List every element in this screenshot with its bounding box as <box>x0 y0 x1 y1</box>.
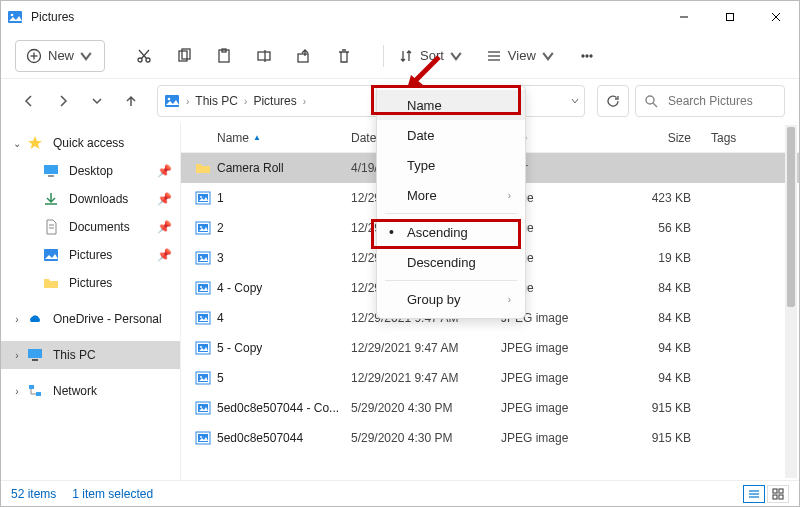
image-file-icon <box>195 340 211 356</box>
svg-point-10 <box>146 58 150 62</box>
sort-menu-descending[interactable]: Descending <box>377 247 525 277</box>
svg-rect-35 <box>28 349 42 358</box>
sort-menu-group-by[interactable]: Group by› <box>377 284 525 314</box>
thumbnails-view-button[interactable] <box>767 485 789 503</box>
svg-point-62 <box>200 406 202 408</box>
chevron-right-icon[interactable]: › <box>301 96 308 107</box>
pictures-icon <box>164 93 180 109</box>
sidebar-item-label: Pictures <box>69 276 112 290</box>
svg-rect-3 <box>727 14 734 21</box>
sort-menu: Name Date Type More› •Ascending Descendi… <box>376 85 526 319</box>
chevron-right-icon[interactable]: › <box>11 314 23 325</box>
sidebar-downloads[interactable]: Downloads 📌 <box>1 185 180 213</box>
sidebar-desktop[interactable]: Desktop 📌 <box>1 157 180 185</box>
status-bar: 52 items 1 item selected <box>1 480 799 506</box>
column-size[interactable]: Size <box>621 131 711 145</box>
sidebar-network[interactable]: › Network <box>1 377 180 405</box>
rename-icon <box>256 48 272 64</box>
chevron-down-icon[interactable]: ⌄ <box>11 138 23 149</box>
delete-button[interactable] <box>327 41 361 71</box>
file-row[interactable]: 5ed0c8e5070445/29/2020 4:30 PMJPEG image… <box>181 423 799 453</box>
chevron-right-icon[interactable]: › <box>184 96 191 107</box>
sort-asc-caret-icon: ▲ <box>253 133 261 142</box>
svg-point-23 <box>582 55 584 57</box>
close-button[interactable] <box>753 1 799 33</box>
sidebar-pictures[interactable]: Pictures 📌 <box>1 241 180 269</box>
search-icon <box>644 94 658 108</box>
title-bar: Pictures <box>1 1 799 33</box>
sidebar-item-label: Network <box>53 384 97 398</box>
new-button[interactable]: New <box>15 40 105 72</box>
scroll-thumb[interactable] <box>787 127 795 307</box>
nav-history-button[interactable] <box>83 87 111 115</box>
file-name: 5 - Copy <box>217 341 262 355</box>
sort-menu-more[interactable]: More› <box>377 180 525 210</box>
file-name: 3 <box>217 251 224 265</box>
refresh-button[interactable] <box>597 85 629 117</box>
file-name: 5 <box>217 371 224 385</box>
svg-rect-69 <box>773 489 777 493</box>
search-input[interactable] <box>666 93 766 109</box>
file-row[interactable]: 5 - Copy12/29/2021 9:47 AMJPEG image94 K… <box>181 333 799 363</box>
file-size: 94 KB <box>621 371 711 385</box>
minimize-button[interactable] <box>661 1 707 33</box>
paste-button[interactable] <box>207 41 241 71</box>
trash-icon <box>336 48 352 64</box>
cut-button[interactable] <box>127 41 161 71</box>
sort-button[interactable]: Sort <box>390 41 472 71</box>
sort-menu-ascending[interactable]: •Ascending <box>377 217 525 247</box>
chevron-right-icon[interactable]: › <box>11 386 23 397</box>
scrollbar[interactable] <box>785 125 797 478</box>
column-tags[interactable]: Tags <box>711 131 771 145</box>
image-file-icon <box>195 190 211 206</box>
details-view-button[interactable] <box>743 485 765 503</box>
svg-rect-37 <box>29 385 34 389</box>
svg-rect-36 <box>32 359 38 361</box>
sidebar-onedrive[interactable]: › OneDrive - Personal <box>1 305 180 333</box>
more-button[interactable] <box>570 41 604 71</box>
clipboard-icon <box>216 48 232 64</box>
maximize-button[interactable] <box>707 1 753 33</box>
share-button[interactable] <box>287 41 321 71</box>
svg-point-56 <box>200 346 202 348</box>
nav-up-button[interactable] <box>117 87 145 115</box>
file-row[interactable]: 5ed0c8e507044 - Co...5/29/2020 4:30 PMJP… <box>181 393 799 423</box>
folder-icon <box>43 275 59 291</box>
sidebar-quick-access[interactable]: ⌄ Quick access <box>1 129 180 157</box>
breadcrumb-this-pc[interactable]: This PC <box>191 94 242 108</box>
search-box[interactable] <box>635 85 785 117</box>
pc-icon <box>27 347 43 363</box>
chevron-right-icon[interactable]: › <box>11 350 23 361</box>
nav-forward-button[interactable] <box>49 87 77 115</box>
bullet-icon: • <box>389 225 394 239</box>
breadcrumb-pictures[interactable]: Pictures <box>249 94 300 108</box>
sort-menu-type[interactable]: Type <box>377 150 525 180</box>
menu-separator <box>385 213 517 214</box>
sidebar-documents[interactable]: Documents 📌 <box>1 213 180 241</box>
chevron-right-icon[interactable]: › <box>242 96 249 107</box>
arrow-right-icon <box>56 94 70 108</box>
star-icon <box>27 135 43 151</box>
chevron-down-icon[interactable] <box>570 96 580 106</box>
rename-button[interactable] <box>247 41 281 71</box>
svg-point-50 <box>200 286 202 288</box>
sidebar-item-label: Desktop <box>69 164 113 178</box>
document-icon <box>43 219 59 235</box>
sort-menu-date[interactable]: Date <box>377 120 525 150</box>
sidebar-pictures-folder[interactable]: Pictures <box>1 269 180 297</box>
pin-icon: 📌 <box>157 192 172 206</box>
sidebar-this-pc[interactable]: › This PC <box>1 341 180 369</box>
sort-menu-name[interactable]: Name <box>377 90 525 120</box>
nav-back-button[interactable] <box>15 87 43 115</box>
svg-point-1 <box>11 14 14 17</box>
view-icon <box>486 48 502 64</box>
svg-rect-38 <box>36 392 41 396</box>
svg-point-24 <box>586 55 588 57</box>
svg-point-59 <box>200 376 202 378</box>
svg-rect-31 <box>48 175 54 177</box>
file-row[interactable]: 512/29/2021 9:47 AMJPEG image94 KB <box>181 363 799 393</box>
copy-button[interactable] <box>167 41 201 71</box>
column-name[interactable]: Name▲ <box>181 131 351 145</box>
svg-point-44 <box>200 226 202 228</box>
view-button[interactable]: View <box>478 41 564 71</box>
